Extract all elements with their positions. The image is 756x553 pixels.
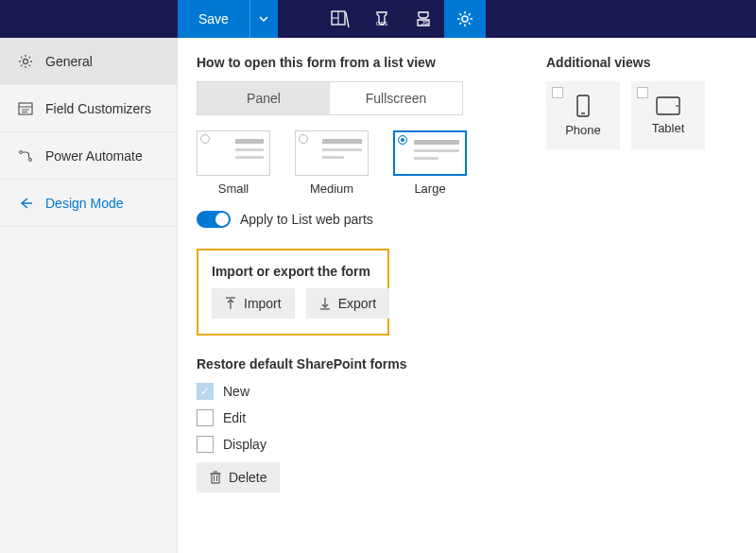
- segment-fullscreen-button[interactable]: Fullscreen: [330, 82, 462, 114]
- sidebar: General Field Customizers Power Automate…: [0, 38, 178, 553]
- view-phone-checkbox[interactable]: [552, 87, 563, 98]
- gear-icon: [17, 53, 34, 70]
- save-button[interactable]: Save: [178, 0, 249, 38]
- additional-views-title: Additional views: [546, 55, 737, 70]
- segment-panel-button[interactable]: Panel: [198, 82, 330, 114]
- export-label: Export: [338, 296, 376, 311]
- svg-line-23: [29, 57, 30, 58]
- sidebar-item-label: General: [45, 54, 93, 69]
- import-export-title: Import or export the form: [212, 264, 374, 279]
- open-form-title: How to open this form from a list view: [197, 55, 518, 70]
- svg-rect-34: [212, 474, 219, 483]
- sidebar-item-design-mode[interactable]: Design Mode: [0, 180, 177, 227]
- layout-tool-icon[interactable]: [319, 0, 361, 38]
- size-label: Medium: [295, 181, 369, 196]
- svg-point-6: [462, 16, 468, 22]
- js-tool-icon[interactable]: JS: [403, 0, 444, 38]
- size-option-large[interactable]: Large: [393, 130, 467, 196]
- svg-line-21: [29, 64, 30, 65]
- svg-point-28: [20, 150, 23, 153]
- svg-rect-41: [657, 97, 679, 114]
- view-tablet-label: Tablet: [652, 121, 685, 135]
- export-button[interactable]: Export: [306, 288, 389, 319]
- save-dropdown-button[interactable]: [249, 0, 278, 38]
- import-label: Import: [244, 296, 282, 311]
- form-icon: [17, 100, 34, 117]
- apply-toggle-label: Apply to List web parts: [240, 212, 373, 227]
- sidebar-item-field-customizers[interactable]: Field Customizers: [0, 85, 177, 132]
- size-label: Large: [393, 181, 467, 196]
- sidebar-item-label: Field Customizers: [45, 101, 151, 116]
- import-button[interactable]: Import: [212, 288, 295, 319]
- view-phone-label: Phone: [565, 123, 601, 137]
- svg-point-15: [24, 59, 28, 63]
- restore-new-label: New: [223, 384, 249, 399]
- restore-display-checkbox[interactable]: [197, 436, 214, 453]
- size-label: Small: [197, 181, 270, 196]
- apply-toggle[interactable]: [197, 211, 231, 228]
- delete-label: Delete: [229, 470, 266, 485]
- sidebar-item-label: Power Automate: [45, 148, 143, 164]
- sidebar-item-label: Design Mode: [45, 196, 124, 211]
- view-tablet-tile[interactable]: Tablet: [631, 81, 705, 149]
- css-tool-icon[interactable]: CSS: [361, 0, 403, 38]
- view-tablet-checkbox[interactable]: [637, 87, 648, 98]
- settings-icon[interactable]: [444, 0, 486, 38]
- svg-line-14: [469, 13, 471, 15]
- top-toolbar: Save CSS JS: [0, 0, 756, 38]
- open-mode-segment: Panel Fullscreen: [197, 81, 463, 115]
- svg-text:JS: JS: [421, 20, 428, 26]
- restore-display-label: Display: [223, 437, 266, 452]
- restore-edit-checkbox[interactable]: [197, 409, 214, 426]
- svg-text:CSS: CSS: [376, 21, 387, 26]
- svg-rect-24: [19, 103, 32, 114]
- svg-line-11: [459, 13, 461, 15]
- svg-line-13: [459, 23, 461, 25]
- svg-line-22: [21, 64, 22, 65]
- sidebar-item-general[interactable]: General: [0, 38, 177, 85]
- tablet-icon: [656, 96, 680, 115]
- trash-icon: [210, 471, 221, 484]
- flow-icon: [17, 147, 34, 164]
- arrow-left-icon: [17, 195, 34, 212]
- export-icon: [319, 297, 331, 310]
- delete-button[interactable]: Delete: [197, 462, 280, 493]
- restore-title: Restore default SharePoint forms: [197, 356, 518, 372]
- view-phone-tile[interactable]: Phone: [546, 81, 620, 149]
- svg-point-42: [677, 105, 679, 107]
- restore-edit-label: Edit: [223, 410, 246, 425]
- svg-line-20: [21, 57, 22, 58]
- chevron-down-icon: [259, 14, 268, 24]
- svg-line-3: [346, 12, 349, 27]
- svg-line-12: [469, 23, 471, 25]
- phone-icon: [576, 95, 591, 117]
- size-option-medium[interactable]: Medium: [295, 130, 369, 196]
- import-export-section: Import or export the form Import Export: [197, 249, 389, 336]
- size-option-small[interactable]: Small: [197, 130, 270, 196]
- restore-new-checkbox[interactable]: ✓: [197, 383, 214, 400]
- svg-point-29: [29, 158, 32, 161]
- sidebar-item-power-automate[interactable]: Power Automate: [0, 132, 177, 180]
- import-icon: [225, 297, 236, 310]
